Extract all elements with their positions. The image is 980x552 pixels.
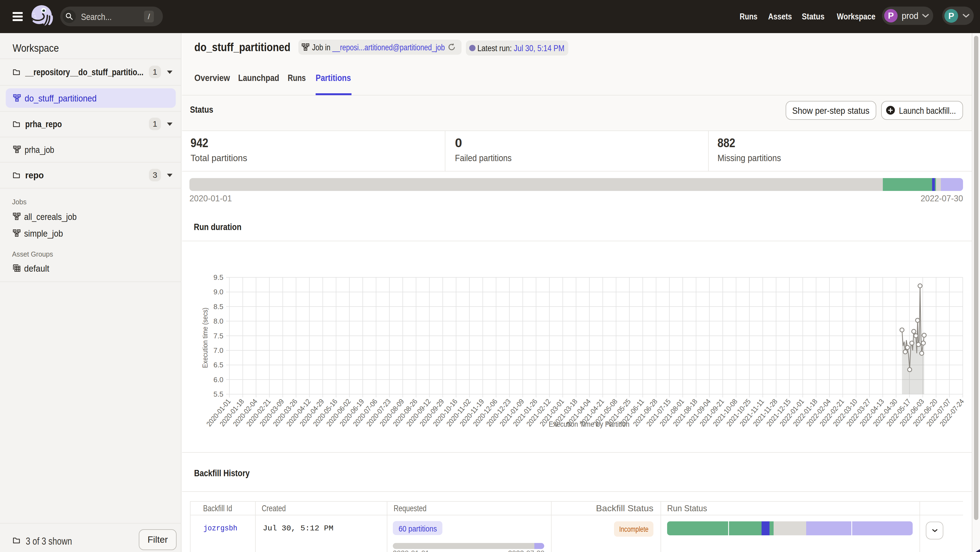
svg-text:7.5: 7.5 [213, 332, 223, 340]
svg-text:5.5: 5.5 [213, 390, 223, 398]
svg-text:8.0: 8.0 [213, 317, 223, 325]
svg-text:8.5: 8.5 [213, 303, 223, 311]
svg-text:Execution Time by Partition: Execution Time by Partition [549, 420, 630, 428]
svg-text:6.5: 6.5 [213, 361, 223, 369]
svg-text:9.5: 9.5 [213, 273, 223, 281]
svg-text:9.0: 9.0 [213, 288, 223, 296]
svg-text:Execution time (secs): Execution time (secs) [201, 308, 209, 368]
svg-text:6.0: 6.0 [213, 376, 223, 384]
svg-text:7.0: 7.0 [213, 346, 223, 355]
